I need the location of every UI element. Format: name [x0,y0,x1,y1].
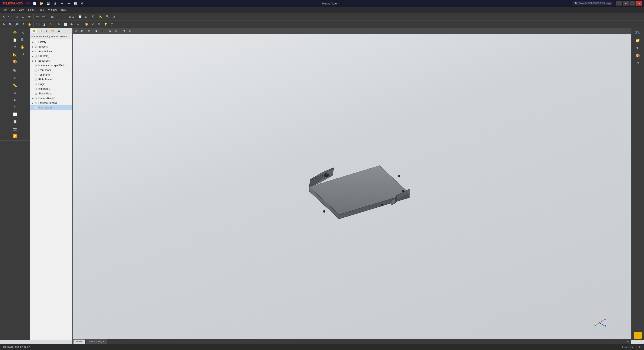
menu-edit[interactable]: Edit [9,8,16,12]
tree-item-front-plane[interactable]: ⬜ Front Plane [30,68,72,72]
right-custom-btn[interactable]: ⚙ [634,60,642,67]
flatten-bends1-expand[interactable]: ▶ [32,97,34,100]
zoom-in-btn[interactable]: 🔎 [14,21,20,27]
appearance-btn[interactable]: 🎨 [83,21,89,27]
tab-model[interactable]: Model [73,339,85,344]
routing-icon[interactable]: 🔀 [11,132,19,140]
vp-view-btn[interactable]: 👁 [108,29,112,34]
tree-tab-feature[interactable]: 🌳 [31,29,37,33]
right-appearance-btn[interactable]: 🎨 [634,52,642,59]
options-toolbar-btn[interactable]: ⚙ [111,14,117,20]
bend-btn[interactable]: ↸ [90,14,96,20]
vp-expand-btn[interactable]: ⊡ [121,29,126,34]
menu-view[interactable]: View [17,8,26,12]
cutlist-expand[interactable]: ▶ [32,55,34,57]
print-btn[interactable]: 🖨 [52,0,58,6]
tree-item-top-plane[interactable]: ⬜ Top Plane [30,72,72,77]
equations-expand[interactable]: ▶ [32,60,34,62]
view-planes-btn[interactable]: ⬜ [62,21,68,27]
save-btn[interactable]: 💾 [45,0,51,6]
evaluate-btn[interactable]: 🔍 [104,14,110,20]
vp-close-btn[interactable]: ✕ [127,29,132,34]
view-sketch-btn[interactable]: ✏ [75,21,81,27]
realview-btn[interactable]: 👁 [96,21,102,27]
right-solidworks-btn[interactable]: SW [634,29,642,36]
rotate-btn[interactable]: ↺ [20,21,26,27]
main-viewport[interactable]: X Z Y [72,34,631,340]
tab-motion-study-1[interactable]: Motion Study 1 [86,339,107,344]
rebuild-btn[interactable]: 🔄 [72,0,78,6]
vp-shaded-btn[interactable]: ◑ [94,29,99,34]
tree-item-right-plane[interactable]: ⬜ Right Plane [30,77,72,82]
view-orient-btn[interactable]: ⊕ [1,21,7,27]
menu-file[interactable]: File [1,8,8,12]
section-view-btn[interactable]: ⊘ [56,21,62,27]
tree-tab-config[interactable]: ⚙ [44,29,49,33]
photoview-icon[interactable]: 📷 [11,125,19,132]
reference-icon[interactable]: ⊕ [11,89,19,96]
chamfer-btn[interactable]: ⌐ [62,14,68,20]
close-btn[interactable]: ✕ [636,1,642,6]
options-btn[interactable]: ⚙ [79,0,85,6]
zoom2-icon[interactable]: 🔍 [19,36,26,43]
annotations-expand[interactable]: ▶ [32,50,34,53]
revolve-btn[interactable]: ⊙ [20,14,26,20]
add-view-btn[interactable]: + [625,339,630,344]
extrude-btn[interactable]: □ [14,14,20,20]
simulation-icon[interactable]: ▶ [11,96,19,103]
sensors-expand[interactable]: ▶ [32,46,34,48]
menu-tools[interactable]: Tools [37,8,46,12]
rotate2-icon[interactable]: ↺ [19,51,26,58]
tree-item-history[interactable]: ▶ 🕐 History [30,40,72,44]
view-axes-btn[interactable]: ⊕ [68,21,74,27]
right-bottom-icon[interactable]: ! [634,332,642,339]
tree-item-annotations[interactable]: ▶ 🏷 Annotations [30,49,72,54]
analysis-icon[interactable]: 📊 [11,111,19,118]
menu-window[interactable]: Window [46,8,59,12]
display-style-btn[interactable]: ⬛ [35,21,41,27]
measure-btn[interactable]: 📐 [98,14,104,20]
tree-item-cutlist[interactable]: ▶ 📋 Cut list(1) [30,54,72,58]
tree-item-sheet-metal[interactable]: ▦ Sheet-Metal [30,91,72,96]
redo-btn[interactable]: ↪ [66,0,72,6]
3d-sketch-btn[interactable]: ✏³ [41,14,47,20]
tree-item-origin[interactable]: ⊕ Origin [30,82,72,86]
pattern-btn[interactable]: ⊞⊞ [68,14,74,20]
flatten-btn[interactable]: ⊟ [83,14,89,20]
select2-icon[interactable]: ↖ [19,29,26,36]
new-btn[interactable]: 📄 [32,0,38,6]
open-btn[interactable]: 📂 [38,0,44,6]
pan-btn[interactable]: ✋ [26,21,32,27]
scene-btn[interactable]: ☀ [90,21,96,27]
tree-tab-display[interactable]: 🎨 [50,29,56,33]
tree-item-equations[interactable]: ▶ ∑ Equations [30,58,72,63]
tree-tab-property[interactable]: 📋 [38,29,44,33]
help-btn[interactable]: ? [616,1,622,6]
vp-scene-btn[interactable]: ☀ [113,29,118,34]
display-manager-icon[interactable]: 🎨 [11,58,19,65]
vp-zoom-fit-btn[interactable]: ⊞ [80,29,85,34]
display-shaded-btn[interactable]: ◑ [41,21,47,27]
pan2-icon[interactable]: ✋ [19,44,26,50]
history-expand[interactable]: ▶ [32,41,34,43]
quick-access-btn[interactable]: SW [25,0,31,6]
zoom-fit-btn[interactable]: 🔍 [7,21,13,27]
maximize-btn[interactable]: □ [630,1,636,6]
minimize-btn[interactable]: ─ [623,1,629,6]
right-files-btn[interactable]: 📁 [634,37,642,44]
sheet-metal-btn[interactable]: 📋 [77,14,83,20]
tree-item-material[interactable]: ⬡ Material <not specified> [30,63,72,68]
sketch-btn[interactable]: ✏ [35,14,41,20]
sweep-btn[interactable]: ⟳ [26,14,32,20]
hole-wizard-btn[interactable]: ⊞ [50,14,56,20]
panel-resize-handle[interactable] [72,28,73,350]
smart-dim-btn[interactable]: ⟷ [7,14,13,20]
right-view-btn[interactable]: 👁 [634,44,642,51]
vp-display-btn[interactable]: ⬛ [100,29,105,34]
perspective-btn[interactable]: ⬡ [109,21,115,27]
undo-btn[interactable]: ↩ [59,0,65,6]
shadows-btn[interactable]: 💡 [102,21,108,27]
motion-icon[interactable]: 🏃 [11,104,19,110]
fillet-btn[interactable]: ⌒ [56,14,62,20]
display-wireframe-btn[interactable]: □ [48,21,54,27]
